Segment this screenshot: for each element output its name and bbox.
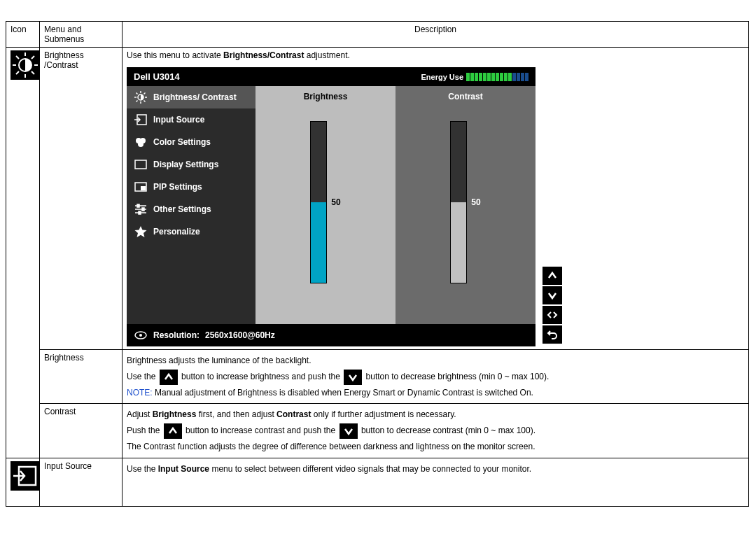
menu-contrast: Contrast: [40, 404, 122, 458]
bc-desc-bold: Brightness/Contrast: [223, 50, 304, 60]
header-desc: Description: [122, 22, 749, 48]
sidebar-item-label: Display Settings: [153, 160, 218, 169]
contrast-bar: [450, 121, 467, 283]
footer-res-label: Resolution:: [153, 330, 200, 340]
panel-contrast: Contrast 50: [396, 86, 536, 324]
sidebar-item-other-settings[interactable]: Other Settings: [127, 198, 255, 220]
row-input-source: Input Source Use the Input Source menu t…: [6, 458, 749, 506]
sidebar-item-label: Brightness/ Contrast: [153, 92, 237, 102]
svg-line-5: [16, 56, 19, 59]
brightness-note-label: NOTE:: [127, 388, 153, 398]
icon-input-source-cell: [6, 458, 40, 506]
svg-point-21: [138, 141, 144, 147]
osd-control-buttons: [542, 267, 562, 344]
reference-table: Icon Menu and Submenus Description Brigh…: [6, 21, 749, 507]
osd-panel: Brightness 50 Contrast: [255, 86, 536, 324]
osd-footer: Resolution: 2560x1600@60Hz: [127, 324, 536, 346]
row-contrast: Contrast Adjust Brightness first, and th…: [6, 404, 749, 458]
contrast-line1b: Brightness: [153, 409, 197, 419]
up-arrow-icon: [164, 423, 182, 439]
brightness-note-text: Manual adjustment of Brightness is disab…: [153, 388, 533, 398]
menu-brightness-contrast: Brightness /Contrast: [40, 48, 122, 350]
contrast-slider[interactable]: 50: [450, 121, 480, 283]
svg-line-8: [16, 71, 19, 74]
sidebar-item-brightness-contrast[interactable]: Brightness/ Contrast: [127, 86, 255, 108]
svg-rect-30: [139, 211, 141, 214]
row-brightness: Brightness Brightness adjusts the lumina…: [6, 350, 749, 404]
osd-body: Brightness/ Contrast Input Source Color …: [127, 86, 536, 324]
input-line1c: menu to select between different video s…: [209, 464, 531, 474]
energy-use: Energy Use: [421, 73, 528, 81]
energy-bar-icon: [466, 73, 528, 81]
svg-rect-24: [141, 186, 146, 190]
energy-label: Energy Use: [421, 73, 463, 81]
osd-header: Dell U3014 Energy Use: [127, 67, 536, 86]
desc-brightness: Brightness adjusts the luminance of the …: [122, 350, 749, 404]
svg-line-16: [144, 93, 146, 94]
panel-contrast-label: Contrast: [448, 86, 482, 107]
sidebar-item-input-source[interactable]: Input Source: [127, 108, 255, 131]
brightness-bar: [310, 121, 327, 283]
brightness-slider[interactable]: 50: [310, 121, 340, 283]
contrast-line1a: Adjust: [127, 409, 153, 419]
desc-input-source: Use the Input Source menu to select betw…: [122, 458, 749, 506]
brightness-line2b: button to increase brightness and push t…: [181, 372, 342, 381]
contrast-line3: The Contrast function adjusts the degree…: [127, 439, 744, 455]
icon-brightness-contrast-cell: [6, 48, 40, 458]
menu-brightness: Brightness: [40, 350, 122, 404]
brightness-line2c: button to decrease brightness (min 0 ~ m…: [366, 372, 550, 381]
panel-brightness-label: Brightness: [304, 86, 348, 107]
svg-point-32: [139, 334, 142, 337]
header-row: Icon Menu and Submenus Description: [6, 22, 749, 48]
input-line1b: Input Source: [158, 464, 209, 474]
sidebar-item-pip-settings[interactable]: PIP Settings: [127, 176, 255, 198]
back-button[interactable]: [542, 325, 562, 344]
svg-line-17: [136, 101, 138, 102]
contrast-value: 50: [471, 197, 480, 207]
sliders-icon: [134, 202, 148, 216]
brightness-value: 50: [331, 197, 340, 207]
contrast-line2c: button to decrease contrast (min 0 ~ max…: [361, 426, 536, 435]
svg-rect-29: [142, 208, 144, 211]
brightness-line2a: Use the: [127, 372, 158, 381]
desc-brightness-contrast: Use this menu to activate Brightness/Con…: [122, 48, 749, 350]
osd-window: Dell U3014 Energy Use Brightne: [127, 67, 536, 346]
color-icon: [134, 135, 148, 149]
desc-contrast: Adjust Brightness first, and then adjust…: [122, 404, 749, 458]
up-button[interactable]: [542, 267, 562, 285]
left-right-button[interactable]: [542, 306, 562, 324]
svg-line-14: [136, 93, 138, 94]
bc-desc-pre: Use this menu to activate: [127, 50, 223, 60]
sidebar-item-display-settings[interactable]: Display Settings: [127, 153, 255, 176]
brightness-icon: [134, 90, 148, 104]
osd-title: Dell U3014: [134, 71, 180, 82]
contrast-line1e: only if further adjustment is necessary.: [311, 409, 456, 419]
header-icon: Icon: [6, 22, 40, 48]
sidebar-item-personalize[interactable]: Personalize: [127, 220, 255, 243]
sidebar-item-label: PIP Settings: [153, 182, 202, 192]
input-line1a: Use the: [127, 464, 158, 474]
panel-brightness: Brightness 50: [255, 86, 396, 324]
resolution-icon: [134, 328, 148, 342]
osd-screenshot: Dell U3014 Energy Use Brightne: [127, 67, 575, 346]
contrast-line2b: button to increase contrast and push the: [186, 426, 337, 435]
brightness-line1: Brightness adjusts the luminance of the …: [127, 353, 744, 369]
display-icon: [134, 157, 148, 171]
row-brightness-contrast: Brightness /Contrast Use this menu to ac…: [6, 48, 749, 350]
svg-line-6: [31, 71, 34, 74]
sidebar-item-label: Input Source: [153, 115, 204, 125]
input-source-icon: [10, 461, 40, 491]
down-button[interactable]: [542, 286, 562, 304]
sidebar-item-label: Personalize: [153, 227, 200, 237]
star-icon: [134, 225, 148, 239]
contrast-line1c: first, and then adjust: [196, 409, 276, 419]
pip-icon: [134, 180, 148, 194]
svg-rect-22: [135, 160, 146, 169]
menu-input-source: Input Source: [40, 458, 122, 506]
osd-sidebar: Brightness/ Contrast Input Source Color …: [127, 86, 255, 324]
down-arrow-icon: [344, 370, 362, 385]
sidebar-item-color-settings[interactable]: Color Settings: [127, 131, 255, 153]
svg-line-15: [144, 101, 146, 102]
input-icon: [134, 113, 148, 127]
sidebar-item-label: Other Settings: [153, 204, 211, 214]
